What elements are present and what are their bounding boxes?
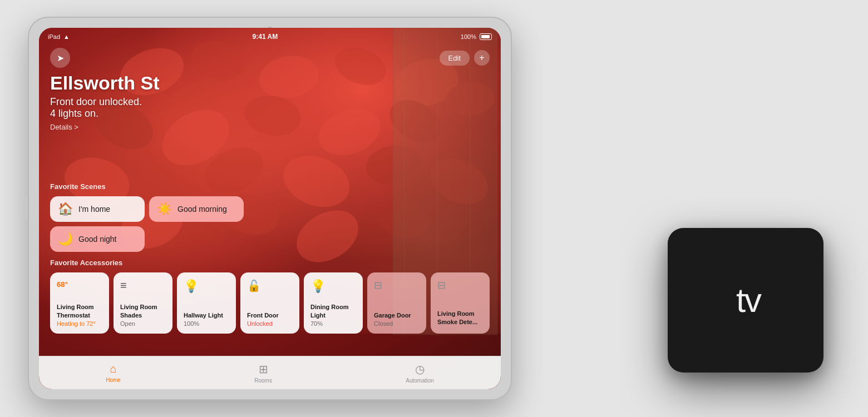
door-status: Unlocked: [247, 320, 293, 327]
plus-icon: +: [479, 53, 484, 63]
im-home-label: I'm home: [78, 205, 110, 214]
apple-tv-logo: tv: [731, 283, 761, 317]
apple-tv-label: tv: [736, 283, 761, 317]
good-morning-icon: ☀️: [157, 202, 172, 216]
scenes-container: Favorite Scenes 🏠 I'm home ☀️ Good morni…: [39, 178, 501, 334]
shades-icon: ≡: [120, 279, 127, 291]
dining-info: Dining Room Light 70%: [310, 303, 356, 327]
tab-automation-icon: ◷: [415, 363, 425, 376]
scene-good-night[interactable]: 🌙 Good night: [50, 226, 145, 252]
good-night-icon: 🌙: [58, 232, 73, 246]
ipad-screen: iPad ▲ 9:41 AM 100% ➤: [39, 28, 501, 389]
accessories-section: Favorite Accessories 68° Living Room The…: [39, 259, 501, 334]
wifi-icon: ▲: [63, 33, 70, 40]
scenes-grid: 🏠 I'm home ☀️ Good morning: [50, 196, 490, 222]
accessory-shades[interactable]: ≡ Living Room Shades Open: [114, 272, 172, 334]
edit-button[interactable]: Edit: [440, 51, 470, 66]
home-status-line2: 4 lights on.: [50, 108, 98, 119]
location-icon: ➤: [57, 53, 64, 63]
device-label: iPad: [48, 33, 60, 40]
accessory-garage[interactable]: ⊟ Garage Door Closed: [367, 272, 426, 334]
battery-icon: [480, 33, 492, 40]
tab-bar: ⌂ Home ⊞ Rooms ◷ Automation: [39, 356, 501, 389]
good-night-label: Good night: [78, 235, 117, 244]
shades-info: Living Room Shades Open: [120, 303, 166, 327]
tab-rooms-label: Rooms: [254, 378, 272, 384]
hallway-info: Hallway Light 100%: [184, 311, 229, 327]
dining-top: 💡: [310, 279, 356, 294]
door-info: Front Door Unlocked: [247, 311, 293, 327]
dining-status: 70%: [310, 320, 356, 327]
scenes-section: Favorite Scenes 🏠 I'm home ☀️ Good morni…: [39, 182, 501, 252]
garage-info: Garage Door Closed: [374, 311, 420, 327]
home-status: Front door unlocked. 4 lights on.: [50, 96, 490, 120]
hallway-icon: 💡: [184, 279, 199, 293]
shades-status: Open: [120, 320, 166, 327]
garage-top: ⊟: [374, 279, 420, 291]
smoke-info: Living Room Smoke Dete...: [437, 310, 483, 327]
garage-status: Closed: [374, 320, 420, 327]
scene-good-morning[interactable]: ☀️ Good morning: [149, 196, 244, 222]
tab-home-label: Home: [106, 377, 121, 383]
good-morning-label: Good morning: [177, 205, 227, 214]
add-button[interactable]: +: [474, 50, 490, 66]
thermostat-info: Living Room Thermostat Heating to 72°: [57, 303, 102, 327]
top-controls: ➤ Edit +: [39, 48, 501, 68]
smoke-name: Living Room Smoke Dete...: [437, 310, 483, 326]
door-icon: 🔓: [247, 280, 261, 292]
shades-top: ≡: [120, 279, 166, 292]
thermostat-value: 68°: [57, 280, 68, 289]
thermostat-top: 68°: [57, 279, 102, 289]
door-top: 🔓: [247, 279, 293, 292]
hallway-top: 💡: [184, 279, 229, 294]
accessory-smoke[interactable]: ⊟ Living Room Smoke Dete...: [431, 272, 490, 334]
hero-section: Ellsworth St Front door unlocked. 4 ligh…: [50, 72, 490, 131]
status-time: 9:41 AM: [253, 33, 278, 41]
status-left: iPad ▲: [48, 33, 70, 40]
status-right: 100%: [461, 33, 492, 40]
smoke-top: ⊟: [437, 279, 483, 291]
battery-fill: [481, 35, 490, 38]
scene-im-home[interactable]: 🏠 I'm home: [50, 196, 145, 222]
apple-tv-device: tv: [668, 228, 823, 373]
tab-automation[interactable]: ◷ Automation: [394, 360, 445, 386]
details-link[interactable]: Details >: [50, 123, 490, 131]
accessory-front-door[interactable]: 🔓 Front Door Unlocked: [240, 272, 299, 334]
tab-home[interactable]: ⌂ Home: [95, 360, 132, 385]
home-screen: iPad ▲ 9:41 AM 100% ➤: [39, 28, 501, 389]
tab-automation-label: Automation: [406, 378, 434, 384]
top-right-controls: Edit +: [440, 50, 490, 66]
accessories-section-label: Favorite Accessories: [50, 259, 490, 267]
tab-rooms[interactable]: ⊞ Rooms: [243, 360, 283, 386]
thermostat-name: Living Room Thermostat: [57, 303, 102, 319]
door-name: Front Door: [247, 311, 293, 319]
location-button[interactable]: ➤: [50, 48, 70, 68]
tab-home-icon: ⌂: [110, 363, 116, 375]
accessories-grid: 68° Living Room Thermostat Heating to 72…: [50, 272, 490, 334]
scenes-row2: 🌙 Good night: [50, 226, 490, 252]
shades-name: Living Room Shades: [120, 303, 166, 319]
smoke-icon: ⊟: [437, 280, 446, 291]
dining-name: Dining Room Light: [310, 303, 356, 319]
garage-name: Garage Door: [374, 311, 420, 319]
tab-rooms-icon: ⊞: [259, 363, 268, 376]
home-name: Ellsworth St: [50, 72, 490, 94]
hallway-status: 100%: [184, 320, 229, 327]
status-bar: iPad ▲ 9:41 AM 100%: [39, 28, 501, 46]
garage-icon: ⊟: [374, 280, 382, 291]
accessory-hallway-light[interactable]: 💡 Hallway Light 100%: [177, 272, 236, 334]
accessory-dining-light[interactable]: 💡 Dining Room Light 70%: [304, 272, 363, 334]
ipad-side-button: [25, 197, 28, 220]
thermostat-status: Heating to 72°: [57, 320, 102, 327]
battery-label: 100%: [461, 33, 476, 40]
accessory-thermostat[interactable]: 68° Living Room Thermostat Heating to 72…: [50, 272, 109, 334]
home-status-line1: Front door unlocked.: [50, 96, 142, 107]
scenes-section-label: Favorite Scenes: [50, 182, 490, 191]
main-wrapper: iPad ▲ 9:41 AM 100% ➤: [0, 0, 868, 417]
im-home-icon: 🏠: [58, 202, 73, 216]
hallway-name: Hallway Light: [184, 311, 229, 319]
dining-icon: 💡: [310, 279, 326, 293]
ipad-device: iPad ▲ 9:41 AM 100% ➤: [28, 17, 512, 400]
